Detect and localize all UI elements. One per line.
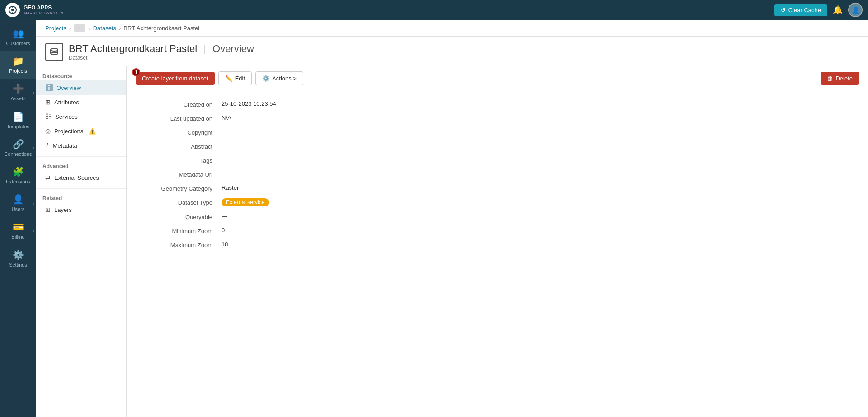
page-title-block: BRT Achtergrondkaart Pastel | Overview D… bbox=[69, 43, 254, 61]
projections-nav-icon: ◎ bbox=[45, 127, 51, 135]
notification-icon[interactable]: 🔔 bbox=[833, 5, 843, 15]
breadcrumb-sep-1: › bbox=[69, 25, 71, 32]
logo-name: GEO APPS bbox=[24, 5, 65, 11]
settings-icon: ⚙️ bbox=[13, 249, 24, 260]
users-icon: 👤 bbox=[13, 194, 24, 205]
nav-item-projections[interactable]: ◎ Projections ⚠️ bbox=[36, 124, 126, 138]
external-service-badge: External service bbox=[222, 198, 269, 206]
sidebar-item-billing[interactable]: 💳 Billing › bbox=[0, 217, 36, 244]
label-minimum-zoom: Minimum Zoom bbox=[140, 227, 222, 234]
content-area: Projects › ··· › Datasets › BRT Achtergr… bbox=[36, 20, 868, 417]
actions-button[interactable]: ⚙️ Actions > bbox=[255, 71, 303, 85]
dataset-icon bbox=[45, 43, 63, 61]
left-nav: Datasource ℹ️ Overview ⊞ Attributes ⛓ Se… bbox=[36, 66, 127, 417]
value-maximum-zoom: 18 bbox=[222, 241, 854, 248]
delete-button[interactable]: 🗑 Delete bbox=[821, 72, 859, 85]
actions-label: Actions > bbox=[272, 75, 297, 82]
value-dataset-type: External service bbox=[222, 198, 854, 206]
nav-item-metadata[interactable]: T Metadata bbox=[36, 138, 126, 153]
value-queryable: — bbox=[222, 213, 854, 220]
field-abstract: Abstract bbox=[140, 142, 854, 150]
label-geometry-category: Geometry Category bbox=[140, 184, 222, 192]
label-copyright: Copyright bbox=[140, 128, 222, 136]
breadcrumb-current: BRT Achtergrondkaart Pastel bbox=[123, 25, 199, 32]
field-queryable: Queryable — bbox=[140, 213, 854, 220]
breadcrumb-sep-2: › bbox=[88, 25, 90, 32]
sidebar-label-projects: Projects bbox=[9, 68, 27, 74]
main-panel: 1 Create layer from dataset ✏️ Edit ⚙️ A… bbox=[127, 66, 868, 417]
create-layer-label: Create layer from dataset bbox=[142, 75, 208, 82]
avatar[interactable]: 👤 bbox=[848, 3, 863, 17]
external-sources-nav-icon: ⇄ bbox=[45, 174, 51, 181]
top-nav: GEO APPS MAPS EVERYWHERE ↺ Clear Cache 🔔… bbox=[0, 0, 868, 20]
logo-subtitle: MAPS EVERYWHERE bbox=[24, 11, 65, 15]
sidebar-item-connections[interactable]: 🔗 Connections › bbox=[0, 134, 36, 162]
label-dataset-type: Dataset Type bbox=[140, 198, 222, 206]
connections-icon: 🔗 bbox=[13, 139, 24, 150]
overview-nav-label: Overview bbox=[57, 84, 81, 91]
attributes-nav-label: Attributes bbox=[54, 99, 79, 106]
sidebar-item-users[interactable]: 👤 Users › bbox=[0, 189, 36, 217]
sidebar-label-templates: Templates bbox=[7, 124, 29, 130]
sidebar-item-assets[interactable]: ➕ Assets › bbox=[0, 79, 36, 106]
sidebar-item-extensions[interactable]: 🧩 Extensions bbox=[0, 162, 36, 189]
topnav-right: ↺ Clear Cache 🔔 👤 bbox=[774, 3, 863, 17]
sidebar-item-projects[interactable]: 📁 Projects bbox=[0, 51, 36, 79]
breadcrumb-projects[interactable]: Projects bbox=[45, 25, 66, 32]
inner-layout: Datasource ℹ️ Overview ⊞ Attributes ⛓ Se… bbox=[36, 66, 868, 417]
field-geometry-category: Geometry Category Raster bbox=[140, 184, 854, 192]
nav-item-external-sources[interactable]: ⇄ External Sources bbox=[36, 170, 126, 185]
field-created-on: Created on 25-10-2023 10:23:54 bbox=[140, 100, 854, 108]
assets-icon: ➕ bbox=[13, 83, 24, 94]
field-minimum-zoom: Minimum Zoom 0 bbox=[140, 227, 854, 234]
overview-form: Created on 25-10-2023 10:23:54 Last upda… bbox=[127, 91, 868, 264]
nav-item-attributes[interactable]: ⊞ Attributes bbox=[36, 95, 126, 109]
users-expand-icon: › bbox=[33, 201, 34, 206]
label-abstract: Abstract bbox=[140, 142, 222, 150]
create-layer-button[interactable]: 1 Create layer from dataset bbox=[136, 72, 215, 85]
field-last-updated: Last updated on N/A bbox=[140, 114, 854, 122]
templates-icon: 📄 bbox=[13, 111, 24, 122]
section-label-related: Related bbox=[36, 192, 126, 202]
delete-label: Delete bbox=[835, 75, 853, 82]
dataset-name: BRT Achtergrondkaart Pastel bbox=[69, 43, 197, 54]
external-sources-nav-label: External Sources bbox=[54, 174, 99, 181]
logo-text-block: GEO APPS MAPS EVERYWHERE bbox=[24, 5, 65, 15]
label-last-updated: Last updated on bbox=[140, 114, 222, 122]
sidebar-item-settings[interactable]: ⚙️ Settings bbox=[0, 245, 36, 272]
clear-cache-button[interactable]: ↺ Clear Cache bbox=[774, 4, 827, 16]
billing-icon: 💳 bbox=[13, 221, 24, 232]
sidebar-label-billing: Billing bbox=[11, 234, 24, 240]
page-header: BRT Achtergrondkaart Pastel | Overview D… bbox=[36, 37, 868, 66]
services-nav-label: Services bbox=[55, 113, 78, 120]
edit-button[interactable]: ✏️ Edit bbox=[218, 71, 252, 85]
label-maximum-zoom: Maximum Zoom bbox=[140, 241, 222, 248]
title-divider: | bbox=[203, 43, 209, 54]
connections-expand-icon: › bbox=[33, 145, 34, 150]
sidebar-item-customers[interactable]: 👥 Customers bbox=[0, 23, 36, 51]
label-tags: Tags bbox=[140, 156, 222, 164]
nav-item-layers[interactable]: ⊞ Layers bbox=[36, 202, 126, 217]
breadcrumb-datasets[interactable]: Datasets bbox=[93, 25, 116, 32]
services-nav-icon: ⛓ bbox=[45, 113, 52, 120]
field-maximum-zoom: Maximum Zoom 18 bbox=[140, 241, 854, 248]
extensions-icon: 🧩 bbox=[13, 166, 24, 177]
attributes-nav-icon: ⊞ bbox=[45, 98, 51, 106]
breadcrumb-middle[interactable]: ··· bbox=[74, 24, 85, 32]
edit-icon: ✏️ bbox=[225, 75, 232, 82]
clear-cache-label: Clear Cache bbox=[788, 7, 821, 14]
sidebar-label-assets: Assets bbox=[10, 96, 25, 102]
nav-item-overview[interactable]: ℹ️ Overview bbox=[36, 80, 126, 95]
nav-item-services[interactable]: ⛓ Services bbox=[36, 109, 126, 124]
field-metadata-url: Metadata Url bbox=[140, 170, 854, 178]
sidebar-item-templates[interactable]: 📄 Templates bbox=[0, 107, 36, 134]
projections-warning-icon: ⚠️ bbox=[89, 128, 96, 135]
metadata-nav-icon: T bbox=[45, 142, 49, 149]
actions-icon: ⚙️ bbox=[262, 75, 269, 82]
toolbar: 1 Create layer from dataset ✏️ Edit ⚙️ A… bbox=[127, 66, 868, 91]
breadcrumb: Projects › ··· › Datasets › BRT Achtergr… bbox=[36, 20, 868, 37]
svg-point-1 bbox=[11, 9, 14, 11]
logo: GEO APPS MAPS EVERYWHERE bbox=[5, 3, 65, 17]
field-tags: Tags bbox=[140, 156, 854, 164]
sidebar-label-customers: Customers bbox=[6, 41, 30, 47]
